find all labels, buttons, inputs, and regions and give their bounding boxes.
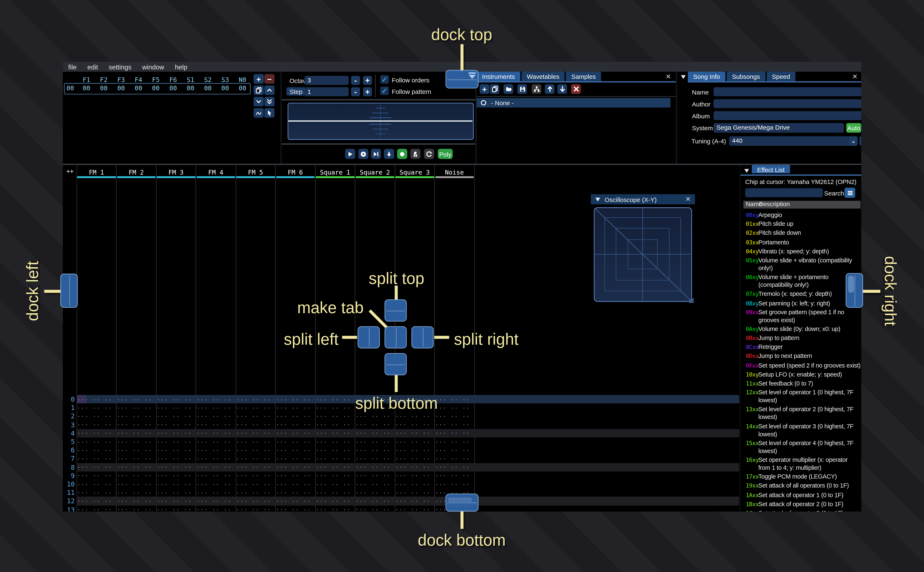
pattern-cell[interactable]: ··· ·· ·· ···· (77, 448, 115, 454)
panel-separator[interactable] (676, 72, 677, 165)
pattern-channel-header[interactable]: FM 3 (156, 168, 196, 176)
instrument-move-down-button[interactable] (558, 84, 567, 94)
pattern-cell[interactable]: ··· ·· ·· ···· (316, 448, 354, 454)
pattern-cell[interactable]: ··· ·· ·· ···· (236, 456, 274, 462)
pattern-cell[interactable]: ··· ·· ·· ···· (236, 507, 274, 511)
effect-row-1Axx[interactable]: 1AxxSet attack of operator 1 (0 to 1F) (746, 491, 859, 499)
pattern-cell[interactable]: ··· ·· ·· ···· (77, 464, 115, 470)
menu-item-edit[interactable]: edit (82, 63, 103, 70)
pattern-channel-header[interactable]: Square 2 (355, 168, 395, 176)
dock-target-top[interactable] (446, 70, 478, 89)
order-move-double-down-button[interactable] (264, 97, 274, 106)
pattern-cell[interactable]: ··· ·· ·· ···· (276, 456, 314, 462)
effect-row-04xy[interactable]: 04xyVibrato (x: speed; y: depth) (746, 247, 859, 255)
pattern-cell[interactable]: ··· ·· ·· ···· (355, 431, 394, 437)
collapse-icon[interactable] (744, 168, 749, 173)
pattern-cell[interactable]: ··· ·· ·· ···· (117, 498, 155, 505)
pattern-cell[interactable]: ··· ·· ·· ···· (236, 396, 274, 403)
step-minus-button[interactable]: - (351, 87, 360, 96)
pattern-cell[interactable]: ··· ·· ·· ···· (77, 396, 115, 403)
effect-row-16xy[interactable]: 16xySet operator multiplier (x: operator… (746, 456, 859, 471)
menu-item-help[interactable]: help (170, 63, 193, 70)
dock-target-left[interactable] (61, 274, 78, 308)
panel-separator[interactable] (280, 72, 282, 165)
oscilloscope-xy-titlebar[interactable]: Oscilloscope (X-Y)✕ (591, 194, 695, 204)
effect-row-15xx[interactable]: 15xxSet level of operator 4 (0 highest, … (746, 439, 859, 454)
tab-instruments[interactable]: Instruments (477, 72, 520, 81)
pattern-cell[interactable]: ··· ·· ·· ···· (196, 456, 235, 462)
pattern-channel-header[interactable]: Square 1 (315, 168, 355, 176)
orders-cell[interactable]: 00 (199, 84, 217, 92)
poly-button[interactable]: Poly (438, 149, 453, 159)
menu-item-file[interactable]: file (63, 63, 82, 70)
instrument-instrument-type-button[interactable] (532, 84, 541, 94)
pattern-corner-expand[interactable]: ++ (64, 168, 76, 174)
effect-row-0Cxx[interactable]: 0CxxRetrigger (746, 343, 859, 351)
pattern-cell[interactable]: ··· ·· ·· ···· (117, 405, 155, 411)
effect-row-01xx[interactable]: 01xxPitch slide up (746, 220, 859, 228)
pattern-cell[interactable]: ··· ·· ·· ···· (77, 422, 115, 428)
pattern-column-separator[interactable] (275, 166, 276, 511)
pattern-cell[interactable]: ··· ·· ·· ···· (435, 422, 473, 428)
effect-row-19xx[interactable]: 19xxSet attack of all operators (0 to 1F… (746, 482, 859, 490)
close-icon[interactable]: ✕ (852, 74, 857, 80)
effect-search-input[interactable] (745, 188, 823, 197)
song-name-input[interactable] (714, 87, 861, 96)
transport-metronome-button[interactable] (410, 149, 421, 159)
tab-samples[interactable]: Samples (566, 72, 601, 81)
orders-cell[interactable]: 00 (217, 84, 234, 92)
transport-step-one-row-button[interactable] (384, 149, 394, 159)
pattern-cell[interactable]: ··· ·· ·· ···· (236, 498, 274, 505)
pattern-cell[interactable]: ··· ·· ·· ···· (316, 405, 354, 411)
pattern-cell[interactable]: ··· ·· ·· ···· (316, 490, 354, 496)
pattern-cell[interactable]: ··· ·· ·· ···· (276, 481, 314, 487)
pattern-column-separator[interactable] (156, 166, 156, 511)
pattern-cell[interactable]: ··· ·· ·· ···· (276, 413, 314, 420)
pattern-cell[interactable]: ··· ·· ·· ···· (117, 490, 155, 496)
pattern-cell[interactable]: ··· ·· ·· ···· (236, 439, 274, 445)
pattern-cell[interactable]: ··· ·· ·· ···· (435, 464, 473, 470)
orders-cell[interactable]: 00 (78, 84, 95, 92)
effect-row-0Dxx[interactable]: 0DxxJump to next pattern (746, 352, 859, 360)
pattern-cell[interactable]: ··· ·· ·· ···· (157, 439, 195, 445)
pattern-cell[interactable]: ··· ·· ·· ···· (77, 498, 115, 505)
pattern-cell[interactable]: ··· ·· ·· ···· (355, 507, 394, 511)
orders-cell[interactable]: 00 (182, 84, 199, 92)
pattern-cell[interactable]: ··· ·· ·· ···· (117, 473, 155, 479)
pattern-cell[interactable]: ··· ·· ·· ···· (157, 456, 195, 462)
pattern-cell[interactable]: ··· ·· ·· ···· (157, 431, 195, 437)
close-icon[interactable]: ✕ (685, 196, 691, 203)
pattern-cell[interactable]: ··· ·· ·· ···· (316, 422, 354, 428)
pattern-channel-header[interactable]: FM 1 (76, 168, 116, 176)
instrument-add-button[interactable]: + (480, 84, 489, 94)
pattern-cell[interactable]: ··· ·· ·· ···· (276, 405, 314, 411)
transport-play-pattern-button[interactable] (358, 149, 368, 159)
pattern-cell[interactable]: ··· ·· ·· ···· (157, 481, 195, 487)
pattern-cell[interactable]: ··· ·· ·· ···· (117, 456, 155, 462)
pattern-cell[interactable]: ··· ·· ·· ···· (355, 439, 394, 445)
pattern-cell[interactable]: ··· ·· ·· ···· (157, 490, 195, 496)
order-deep-clone-button[interactable] (254, 108, 264, 118)
effect-row-06xy[interactable]: 06xyVolume slide + portamento(compatibil… (746, 273, 859, 289)
pattern-cell[interactable]: ··· ·· ·· ···· (355, 422, 394, 428)
pattern-cell[interactable]: ··· ·· ·· ···· (316, 464, 354, 470)
pattern-channel-header[interactable]: FM 5 (235, 168, 275, 176)
pattern-channel-header[interactable]: FM 2 (116, 168, 156, 176)
instrument-duplicate-button[interactable] (490, 84, 499, 94)
pattern-column-separator[interactable] (76, 166, 77, 511)
octave-plus-button[interactable]: + (363, 76, 372, 85)
pattern-cell[interactable]: ··· ·· ·· ···· (355, 498, 394, 505)
order-move-down-button[interactable] (254, 97, 264, 106)
order-remove-button[interactable]: − (264, 74, 274, 84)
dock-target-make-tab[interactable] (385, 326, 407, 348)
pattern-cell[interactable]: ··· ·· ·· ···· (276, 473, 314, 479)
pattern-cell[interactable]: ··· ·· ·· ···· (157, 473, 195, 479)
pattern-cell[interactable]: ··· ·· ·· ···· (77, 413, 115, 420)
tuning-plus-button[interactable]: + (859, 136, 861, 146)
pattern-cell[interactable]: ··· ·· ·· ···· (157, 507, 195, 511)
effect-row-1Bxx[interactable]: 1BxxSet attack of operator 2 (0 to 1F) (746, 500, 859, 508)
pattern-cell[interactable]: ··· ·· ·· ···· (435, 405, 473, 411)
effect-row-1Cxx[interactable]: 1CxxSet attack of operator 3 (0 to 1F) (746, 509, 859, 511)
pattern-cell[interactable]: ··· ·· ·· ···· (196, 448, 235, 454)
effect-row-11xx[interactable]: 11xxSet feedback (0 to 7) (746, 379, 859, 387)
